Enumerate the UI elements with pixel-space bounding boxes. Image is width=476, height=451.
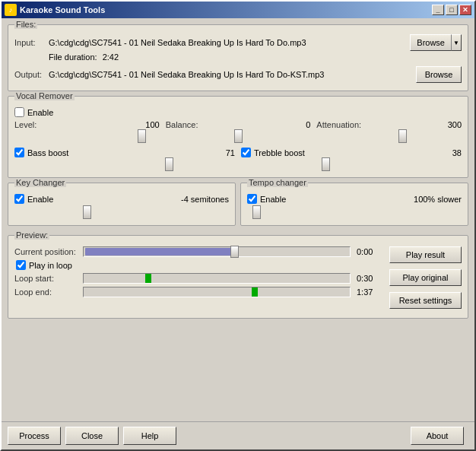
bass-boost-checkbox[interactable] [14,148,24,157]
treble-boost-group: Trebble boost 38 [241,148,462,171]
tempo-enable-checkbox[interactable] [247,194,257,204]
minimize-button[interactable]: _ [432,5,444,15]
current-position-thumb[interactable] [230,246,239,258]
play-original-button[interactable]: Play original [389,269,462,286]
vocal-enable-row: Enable [14,107,462,117]
tempo-speed-value: 100% slower [414,195,462,204]
window-title: Karaoke Sound Tools [20,5,432,14]
input-row: Input: G:\cdg\cdg\SC7541 - 01 Neil Sedak… [14,34,462,51]
play-in-loop-checkbox[interactable] [16,260,26,270]
main-content: Files: Input: G:\cdg\cdg\SC7541 - 01 Nei… [2,18,474,355]
about-button[interactable]: About [411,427,464,445]
main-window: ♪ Karaoke Sound Tools _ □ ✕ Files: Input… [0,0,476,451]
bass-boost-group: Bass boost 71 [14,148,235,171]
browse-input-button[interactable]: Browse [410,34,451,51]
attenuation-label: Attenuation: [316,120,361,129]
browse-input-container: Browse ▼ [410,34,462,51]
browse-input-arrow[interactable]: ▼ [451,34,462,51]
key-slider[interactable] [14,207,229,218]
file-duration-row: File duration: 2:42 [49,52,462,62]
tempo-changer-section: Tempo changer Enable 100% slower [240,183,468,226]
file-duration-label: File duration: [49,52,97,62]
lower-sections: Key Changer Enable -4 semitones Tempo ch… [8,183,468,230]
title-bar-buttons: _ □ ✕ [432,5,471,15]
preview-controls: Current position: 0:00 Play in loop [14,246,383,300]
current-position-track[interactable] [83,246,351,257]
level-group: Level: 100 [14,120,160,143]
balance-label: Balance: [166,120,198,129]
maximize-button[interactable]: □ [446,5,458,15]
files-section: Files: Input: G:\cdg\cdg\SC7541 - 01 Nei… [8,24,468,91]
close-dialog-button[interactable]: Close [65,427,119,445]
vocal-remover-label: Vocal Remover [14,91,75,100]
close-button[interactable]: ✕ [459,5,471,15]
process-button[interactable]: Process [8,427,61,445]
title-bar: ♪ Karaoke Sound Tools _ □ ✕ [2,2,474,18]
vocal-controls-row: Level: 100 Balance: 0 Attenuation: 300 [14,120,462,143]
bass-boost-header: Bass boost 71 [14,148,235,157]
current-position-row: Current position: 0:00 [14,246,383,257]
input-label: Input: [14,38,49,47]
key-enable-row: Enable [14,194,53,204]
tempo-changer-header: Enable 100% slower [247,194,462,204]
attenuation-header: Attenuation: 300 [316,120,462,129]
level-value: 100 [145,120,159,129]
bass-boost-value: 71 [226,148,235,157]
vocal-enable-label: Enable [27,108,53,117]
play-result-button[interactable]: Play result [389,246,462,263]
treble-boost-value: 38 [452,148,462,157]
attenuation-value: 300 [448,120,462,129]
loop-start-marker [145,274,151,283]
file-duration-value: 2:42 [103,52,119,62]
preview-buttons: Play result Play original Reset settings [389,246,462,312]
tempo-changer-label: Tempo changer [247,178,308,187]
preview-section: Preview: Current position: 0:00 [8,235,468,319]
loop-start-row: Loop start: 0:30 [14,273,383,284]
loop-end-row: Loop end: 1:37 [14,287,383,297]
preview-main: Current position: 0:00 Play in loop [14,246,462,312]
balance-value: 0 [306,120,310,129]
treble-boost-checkbox[interactable] [241,148,251,157]
output-path: G:\cdg\cdg\SC7541 - 01 Neil Sedaka Break… [49,70,416,79]
key-changer-header: Enable -4 semitones [14,194,229,204]
level-slider[interactable] [14,131,160,141]
level-label: Level: [14,120,36,129]
output-row: Output: G:\cdg\cdg\SC7541 - 01 Neil Seda… [14,66,462,83]
balance-group: Balance: 0 [166,120,311,143]
play-in-loop-label: Play in loop [29,261,72,270]
current-time: 0:00 [357,247,383,256]
key-enable-checkbox[interactable] [14,194,24,204]
tempo-enable-label: Enable [260,195,286,204]
treble-boost-slider[interactable] [241,159,462,170]
app-icon: ♪ [5,4,17,16]
attenuation-slider[interactable] [316,131,462,141]
input-path: G:\cdg\cdg\SC7541 - 01 Neil Sedaka Break… [49,38,410,47]
balance-slider[interactable] [166,131,311,141]
bass-boost-slider[interactable] [14,159,235,170]
play-in-loop-row: Play in loop [16,260,383,270]
files-section-label: Files: [14,20,37,29]
tempo-enable-row: Enable [247,194,286,204]
key-changer-label: Key Changer [14,178,66,187]
loop-start-time: 0:30 [357,274,383,283]
key-semitones-value: -4 semitones [181,195,229,204]
loop-end-track[interactable] [83,287,351,297]
key-changer-section: Key Changer Enable -4 semitones [8,183,236,226]
vocal-remover-section: Vocal Remover Enable Level: 100 Balance:… [8,96,468,178]
bass-boost-label: Bass boost [27,148,68,157]
loop-end-marker [252,287,258,297]
loop-start-label: Loop start: [14,274,83,283]
browse-output-button[interactable]: Browse [416,66,462,83]
treble-boost-header: Trebble boost 38 [241,148,462,157]
tempo-slider[interactable] [247,207,462,218]
loop-end-label: Loop end: [14,287,83,297]
vocal-enable-checkbox[interactable] [14,107,24,117]
output-label: Output: [14,70,49,79]
level-header: Level: 100 [14,120,160,129]
attenuation-group: Attenuation: 300 [316,120,462,143]
key-enable-label: Enable [27,195,53,204]
help-button[interactable]: Help [123,427,176,445]
loop-start-track[interactable] [83,273,351,284]
reset-settings-button[interactable]: Reset settings [389,292,462,309]
loop-end-time: 1:37 [357,287,383,297]
